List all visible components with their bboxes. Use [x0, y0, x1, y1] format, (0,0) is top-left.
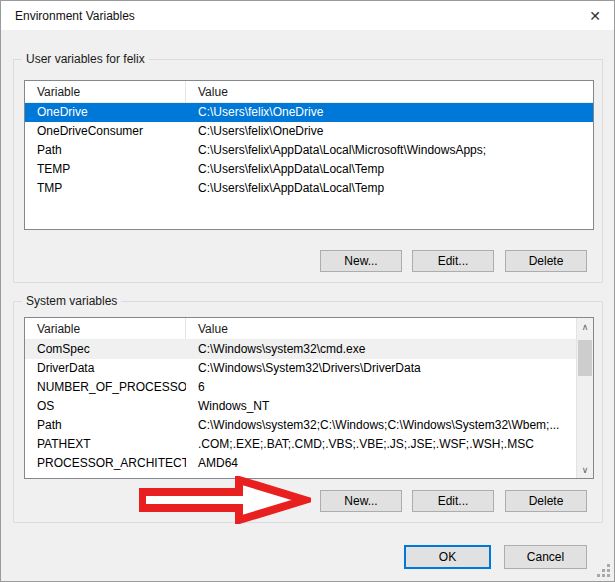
table-row[interactable]: OneDriveConsumer C:\Users\felix\OneDrive	[25, 122, 593, 141]
system-delete-button[interactable]: Delete	[505, 490, 587, 512]
cell-variable: ComSpec	[25, 340, 186, 359]
scroll-down-icon[interactable]: ∨	[577, 461, 593, 478]
user-variables-label: User variables for felix	[22, 52, 149, 66]
title-bar: Environment Variables ✕	[1, 1, 614, 30]
cell-value: 6	[186, 378, 576, 397]
vertical-scrollbar[interactable]: ∧ ∨	[576, 318, 593, 478]
table-header: Variable Value	[25, 318, 576, 340]
cell-value: .COM;.EXE;.BAT;.CMD;.VBS;.VBE;.JS;.JSE;.…	[186, 435, 576, 454]
cell-variable: TMP	[25, 179, 186, 198]
cell-variable: Path	[25, 416, 186, 435]
resize-grip-icon[interactable]	[596, 563, 611, 578]
user-new-button[interactable]: New...	[320, 250, 402, 272]
scrollbar-thumb[interactable]	[578, 340, 592, 376]
table-header: Variable Value	[25, 81, 593, 103]
column-header-variable[interactable]: Variable	[25, 81, 186, 102]
table-row[interactable]: Path C:\Users\felix\AppData\Local\Micros…	[25, 141, 593, 160]
cell-value: C:\Windows\system32\cmd.exe	[186, 340, 576, 359]
cell-variable: OneDriveConsumer	[25, 122, 186, 141]
close-icon[interactable]: ✕	[584, 5, 606, 27]
cell-value: AMD64	[186, 454, 576, 473]
cell-variable: Path	[25, 141, 186, 160]
user-variables-group: User variables for felix Variable Value …	[13, 59, 603, 283]
table-row[interactable]: PROCESSOR_ARCHITECTURE AMD64	[25, 454, 576, 473]
column-header-variable[interactable]: Variable	[25, 318, 186, 339]
cell-value: C:\Users\felix\OneDrive	[186, 103, 593, 122]
window-title: Environment Variables	[15, 9, 135, 23]
table-row[interactable]: ComSpec C:\Windows\system32\cmd.exe	[25, 340, 576, 359]
column-header-value[interactable]: Value	[186, 318, 576, 339]
cell-variable: PATHEXT	[25, 435, 186, 454]
system-new-button[interactable]: New...	[320, 490, 402, 512]
cancel-button[interactable]: Cancel	[504, 545, 587, 569]
table-row[interactable]: DriverData C:\Windows\System32\Drivers\D…	[25, 359, 576, 378]
table-row[interactable]: PATHEXT .COM;.EXE;.BAT;.CMD;.VBS;.VBE;.J…	[25, 435, 576, 454]
cell-variable: NUMBER_OF_PROCESSORS	[25, 378, 186, 397]
cell-value: C:\Users\felix\AppData\Local\Temp	[186, 160, 593, 179]
cell-variable: OS	[25, 397, 186, 416]
user-variables-table[interactable]: Variable Value OneDrive C:\Users\felix\O…	[24, 80, 594, 230]
scroll-up-icon[interactable]: ∧	[577, 318, 593, 335]
cell-variable: PROCESSOR_ARCHITECTURE	[25, 454, 186, 473]
system-variables-table[interactable]: Variable Value ComSpec C:\Windows\system…	[24, 317, 594, 479]
table-row[interactable]: NUMBER_OF_PROCESSORS 6	[25, 378, 576, 397]
cell-value: C:\Users\felix\AppData\Local\Temp	[186, 179, 593, 198]
user-delete-button[interactable]: Delete	[505, 250, 587, 272]
cell-value: Windows_NT	[186, 397, 576, 416]
table-row[interactable]: OS Windows_NT	[25, 397, 576, 416]
cell-value: C:\Users\felix\OneDrive	[186, 122, 593, 141]
column-header-value[interactable]: Value	[186, 81, 593, 102]
table-row[interactable]: Path C:\Windows\system32;C:\Windows;C:\W…	[25, 416, 576, 435]
user-edit-button[interactable]: Edit...	[412, 250, 494, 272]
cell-value: C:\Windows\System32\Drivers\DriverData	[186, 359, 576, 378]
system-variables-label: System variables	[22, 294, 121, 308]
cell-variable: TEMP	[25, 160, 186, 179]
cell-value: C:\Windows\system32;C:\Windows;C:\Window…	[186, 416, 576, 435]
table-row[interactable]: OneDrive C:\Users\felix\OneDrive	[25, 103, 593, 122]
cell-variable: DriverData	[25, 359, 186, 378]
environment-variables-dialog: Environment Variables ✕ User variables f…	[0, 0, 615, 582]
system-variables-group: System variables Variable Value ComSpec …	[13, 301, 603, 523]
table-row[interactable]: TEMP C:\Users\felix\AppData\Local\Temp	[25, 160, 593, 179]
cell-value: C:\Users\felix\AppData\Local\Microsoft\W…	[186, 141, 593, 160]
table-row[interactable]: TMP C:\Users\felix\AppData\Local\Temp	[25, 179, 593, 198]
ok-button[interactable]: OK	[404, 545, 491, 569]
system-edit-button[interactable]: Edit...	[412, 490, 494, 512]
cell-variable: OneDrive	[25, 103, 186, 122]
